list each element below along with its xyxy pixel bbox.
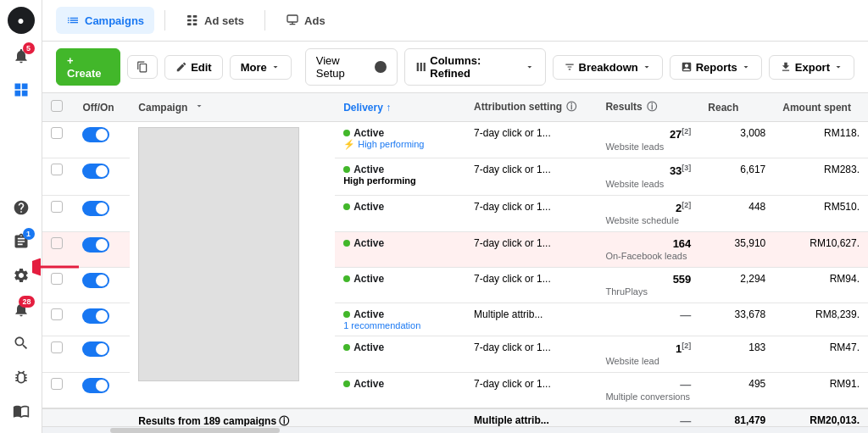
table-footer-row: Results from 189 campaigns ⓘ Excludes de… xyxy=(42,408,868,426)
horizontal-scrollbar[interactable] xyxy=(42,426,868,433)
attribution-value: Multiple attrib... xyxy=(474,308,542,320)
table-container: Off/On Campaign Delivery ↑ Attribution s… xyxy=(42,93,868,426)
footer-result-value: — xyxy=(605,414,691,426)
toggle-switch[interactable] xyxy=(82,378,109,393)
row-reach: 495 xyxy=(699,373,774,409)
row-toggle[interactable] xyxy=(74,158,130,195)
row-check[interactable] xyxy=(42,336,74,372)
sidebar-icon-search[interactable] xyxy=(6,328,36,358)
result-type: Multiple conversions xyxy=(605,391,690,402)
row-checkbox[interactable] xyxy=(51,273,63,285)
row-results: 559 ThruPlays xyxy=(597,267,699,303)
amount-value: RM47. xyxy=(782,341,860,353)
row-checkbox[interactable] xyxy=(51,201,63,213)
row-checkbox[interactable] xyxy=(51,341,63,353)
toggle-switch[interactable] xyxy=(82,308,109,324)
reach-value: 33,678 xyxy=(708,308,765,320)
row-checkbox[interactable] xyxy=(51,237,63,249)
th-delivery[interactable]: Delivery ↑ xyxy=(335,93,465,122)
result-type: Website lead xyxy=(605,356,659,366)
sidebar: ● 5 1 28 xyxy=(0,0,42,433)
sidebar-icon-bug[interactable] xyxy=(6,362,36,392)
result-number: — xyxy=(605,378,691,391)
columns-button[interactable]: Columns: Refined xyxy=(404,48,546,86)
edit-button[interactable]: Edit xyxy=(164,55,223,80)
row-checkbox[interactable] xyxy=(51,308,63,320)
delivery-dot xyxy=(343,203,350,210)
export-button[interactable]: Export xyxy=(769,55,854,80)
more-button[interactable]: More xyxy=(230,55,292,80)
toggle-switch[interactable] xyxy=(82,237,109,253)
row-toggle[interactable] xyxy=(74,122,130,158)
row-check[interactable] xyxy=(42,122,74,158)
attribution-value: 7-day click or 1... xyxy=(474,237,551,249)
th-campaign[interactable]: Campaign xyxy=(130,93,335,122)
header-checkbox[interactable] xyxy=(51,100,63,112)
th-toggle: Off/On xyxy=(74,93,130,122)
row-toggle[interactable] xyxy=(74,373,130,409)
row-toggle[interactable] xyxy=(74,336,130,372)
sidebar-icon-clipboard[interactable]: 1 xyxy=(6,226,36,257)
campaign-image-placeholder xyxy=(138,127,299,381)
reach-value: 2,294 xyxy=(708,273,765,285)
row-delivery: Active 1 recommendation xyxy=(335,303,465,336)
row-check[interactable] xyxy=(42,267,74,303)
row-reach: 183 xyxy=(699,336,774,372)
row-checkbox[interactable] xyxy=(51,164,63,175)
row-toggle[interactable] xyxy=(74,195,130,231)
th-delivery-label: Delivery ↑ xyxy=(343,102,391,114)
result-number: 27[2] xyxy=(605,127,691,141)
th-amount[interactable]: Amount spent xyxy=(774,93,868,122)
row-check[interactable] xyxy=(42,195,74,231)
amount-value: RM118. xyxy=(782,127,860,139)
view-setup-button[interactable]: View Setup xyxy=(305,48,398,86)
row-check[interactable] xyxy=(42,303,74,336)
toggle-switch[interactable] xyxy=(82,127,109,142)
delivery-status: Active xyxy=(353,378,384,390)
row-toggle[interactable] xyxy=(74,231,130,267)
toggle-switch[interactable] xyxy=(82,273,109,288)
row-toggle[interactable] xyxy=(74,267,130,303)
results-info-icon[interactable]: ⓘ xyxy=(647,101,657,113)
campaigns-table: Off/On Campaign Delivery ↑ Attribution s… xyxy=(42,93,868,426)
breakdown-button[interactable]: Breakdown xyxy=(553,55,663,80)
toggle-switch[interactable] xyxy=(82,201,109,216)
th-attribution[interactable]: Attribution setting ⓘ xyxy=(465,93,597,122)
th-amount-label: Amount spent xyxy=(782,102,851,114)
row-reach: 2,294 xyxy=(699,267,774,303)
create-button[interactable]: + Create xyxy=(56,48,120,86)
row-toggle[interactable] xyxy=(74,303,130,336)
avatar[interactable]: ● xyxy=(8,7,35,34)
nav-tab-ads[interactable]: Ads xyxy=(275,7,336,34)
duplicate-button[interactable] xyxy=(127,55,158,79)
nav-tab-campaigns[interactable]: Campaigns xyxy=(56,7,154,34)
sidebar-icon-question[interactable] xyxy=(6,192,36,223)
row-checkbox[interactable] xyxy=(51,378,63,390)
scrollbar-thumb[interactable] xyxy=(110,428,280,433)
reports-button[interactable]: Reports xyxy=(670,55,762,80)
sidebar-icon-book[interactable] xyxy=(6,396,36,426)
row-attribution: 7-day click or 1... xyxy=(465,267,597,303)
sidebar-icon-alerts[interactable]: 28 xyxy=(6,294,36,325)
row-amount: RM91. xyxy=(774,373,868,409)
sidebar-icon-grid[interactable] xyxy=(6,75,36,105)
attribution-info-icon[interactable]: ⓘ xyxy=(566,101,576,113)
row-checkbox[interactable] xyxy=(51,127,63,139)
toggle-switch[interactable] xyxy=(82,164,109,179)
amount-value: RM94. xyxy=(782,273,860,285)
svg-rect-3 xyxy=(193,15,198,18)
amount-value: RM283. xyxy=(782,164,860,175)
sidebar-icon-notifications[interactable]: 5 xyxy=(6,41,36,71)
nav-tab-adsets[interactable]: Ad sets xyxy=(175,7,254,34)
th-results[interactable]: Results ⓘ xyxy=(597,93,699,122)
toggle-switch[interactable] xyxy=(82,341,109,357)
svg-rect-1 xyxy=(187,19,192,22)
nav-separator-2 xyxy=(264,10,265,31)
row-check[interactable] xyxy=(42,158,74,195)
row-check[interactable] xyxy=(42,231,74,267)
row-check[interactable] xyxy=(42,373,74,409)
table-body: Active ⚡ High performing 7-day click or … xyxy=(42,122,868,427)
sidebar-icon-settings[interactable] xyxy=(6,260,36,291)
th-reach[interactable]: Reach xyxy=(699,93,774,122)
th-check[interactable] xyxy=(42,93,74,122)
